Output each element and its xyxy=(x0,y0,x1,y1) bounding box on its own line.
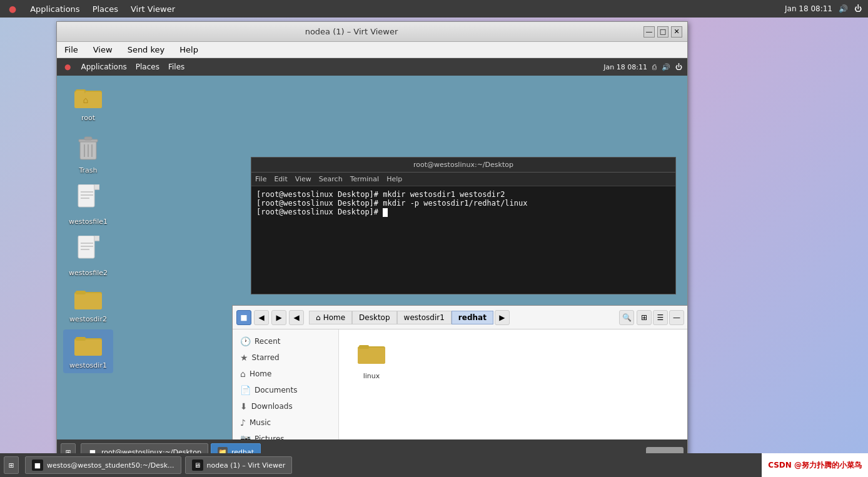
sys-task-virt[interactable]: 🖥 nodea (1) – Virt Viewer xyxy=(185,456,293,474)
fm-sidebar-documents[interactable]: 📄 Documents xyxy=(233,382,338,398)
desktop-icon-westosdir1[interactable]: westosdir1 xyxy=(63,329,113,373)
sys-taskbar: ⊞ ■ westos@westos_student50:~/Desk... 🖥 … xyxy=(0,453,868,477)
starred-icon: ★ xyxy=(240,353,248,363)
terminal-menu-help[interactable]: Help xyxy=(386,175,402,183)
desktop-icon-westosdir1-label: westosdir1 xyxy=(69,361,107,369)
fm-grid-view-button[interactable]: ⊞ xyxy=(637,310,652,325)
desktop-icon-westosfile2-label: westosfile2 xyxy=(69,269,108,277)
fm-back-button[interactable]: ◀ xyxy=(254,310,269,325)
folder-icon-3 xyxy=(74,333,102,359)
file-icon-2 xyxy=(77,236,99,267)
desktop-icon-westosdir2-label: westosdir2 xyxy=(69,315,107,323)
system-bar-right: Jan 18 08:11 🔊 ⏻ xyxy=(785,4,868,13)
terminal-cursor xyxy=(383,208,388,217)
fm-list-view-button[interactable]: ☰ xyxy=(653,310,668,325)
show-desktop-button[interactable]: ⊞ xyxy=(4,456,19,474)
fm-toolbar: ■ ◀ ▶ ◀ ⌂ Home Desktop westosdir1 redhat… xyxy=(233,306,687,329)
svg-rect-17 xyxy=(78,236,94,258)
virt-menu-help[interactable]: Help xyxy=(177,44,201,56)
system-menu-virtviewer[interactable]: Virt Viewer xyxy=(126,4,180,14)
terminal-menu-terminal[interactable]: Terminal xyxy=(350,175,380,183)
gnome-datetime: Jan 18 08:11 xyxy=(603,63,647,71)
virt-titlebar: nodea (1) – Virt Viewer — □ ✕ xyxy=(57,22,687,42)
desktop-icon-westosfile2[interactable]: westosfile2 xyxy=(63,232,113,281)
fm-crumb-desktop[interactable]: Desktop xyxy=(352,311,397,324)
fm-crumb-redhat[interactable]: redhat xyxy=(452,311,493,324)
fm-sidebar-home-label: Home xyxy=(250,369,271,378)
fm-sidebar-music[interactable]: ♪ Music xyxy=(233,414,338,431)
gnome-apps-icon: ● xyxy=(61,63,74,71)
terminal-window: root@westoslinux:~/Desktop File Edit Vie… xyxy=(251,157,676,294)
gnome-power-icon[interactable]: ⏻ xyxy=(675,63,682,71)
desktop-icon-trash[interactable]: Trash xyxy=(63,131,113,178)
system-volume-icon[interactable]: 🔊 xyxy=(839,4,848,13)
virt-minimize-button[interactable]: — xyxy=(643,26,655,38)
svg-rect-24 xyxy=(74,293,102,309)
virt-window-title: nodea (1) – Virt Viewer xyxy=(62,27,641,36)
virt-close-button[interactable]: ✕ xyxy=(671,26,682,38)
desktop-icon-westosfile1[interactable]: westosfile1 xyxy=(63,181,113,229)
fm-forward-button[interactable]: ▶ xyxy=(271,310,286,325)
virt-menu-sendkey[interactable]: Send key xyxy=(125,44,168,56)
terminal-line-3: [root@westoslinux Desktop]# xyxy=(256,208,670,217)
svg-rect-13 xyxy=(94,184,99,189)
svg-rect-25 xyxy=(76,291,86,294)
gnome-screen-icon[interactable]: ⎙ xyxy=(652,63,657,71)
desktop-icon-westosfile1-label: westosfile1 xyxy=(69,218,108,226)
fm-search-button[interactable]: 🔍 xyxy=(619,310,634,325)
fm-options-button[interactable]: — xyxy=(669,310,684,325)
svg-rect-27 xyxy=(74,339,102,356)
sys-task-virt-label: nodea (1) – Virt Viewer xyxy=(207,461,286,469)
fm-home-indicator[interactable]: ■ xyxy=(236,310,251,325)
desktop-area: ⌂ root Trash xyxy=(57,76,238,436)
svg-rect-31 xyxy=(359,345,369,349)
terminal-menu-view[interactable]: View xyxy=(295,175,311,183)
fm-view-buttons: ⊞ ☰ — xyxy=(637,310,684,325)
fm-sidebar-documents-label: Documents xyxy=(255,386,297,394)
gnome-menu-places[interactable]: Places xyxy=(132,63,163,71)
documents-icon: 📄 xyxy=(240,385,251,395)
fm-sidebar-starred[interactable]: ★ Starred xyxy=(233,349,338,366)
system-bar-left: ● Applications Places Virt Viewer xyxy=(0,4,180,14)
gnome-menu-applications[interactable]: Applications xyxy=(77,63,130,71)
fm-file-linux[interactable]: linux xyxy=(346,337,396,384)
fm-file-linux-label: linux xyxy=(363,372,380,380)
fm-crumb-next[interactable]: ▶ xyxy=(495,310,510,325)
recent-icon: 🕐 xyxy=(240,336,251,346)
terminal-menu-search[interactable]: Search xyxy=(319,175,343,183)
desktop-icon-westosdir2[interactable]: westosdir2 xyxy=(63,283,113,327)
system-bar: ● Applications Places Virt Viewer Jan 18… xyxy=(0,0,868,18)
system-menu-applications[interactable]: Applications xyxy=(25,4,84,14)
system-apps-icon: ● xyxy=(4,4,21,14)
fm-crumb-home[interactable]: ⌂ Home xyxy=(309,311,352,324)
gnome-volume-icon[interactable]: 🔊 xyxy=(662,63,670,71)
desktop-icon-trash-label: Trash xyxy=(79,166,97,174)
file-icon-1 xyxy=(77,184,99,216)
fm-up-button[interactable]: ◀ xyxy=(289,310,304,325)
folder-icon: ⌂ xyxy=(74,86,102,112)
fm-sidebar-downloads[interactable]: ⬇ Downloads xyxy=(233,398,338,414)
sys-task-westos[interactable]: ■ westos@westos_student50:~/Desk... xyxy=(25,456,181,474)
terminal-menu-edit[interactable]: Edit xyxy=(274,175,287,183)
terminal-body[interactable]: [root@westoslinux Desktop]# mkdir westos… xyxy=(251,186,675,294)
gnome-menu-files[interactable]: Files xyxy=(164,63,188,71)
virt-menu-view[interactable]: View xyxy=(91,44,115,56)
terminal-title: root@westoslinux:~/Desktop xyxy=(256,161,670,169)
virt-maximize-button[interactable]: □ xyxy=(657,26,669,38)
vm-content: ● Applications Places Files Jan 18 08:11… xyxy=(57,58,687,464)
terminal-menu-file[interactable]: File xyxy=(255,175,266,183)
fm-breadcrumb: ⌂ Home Desktop westosdir1 redhat ▶ xyxy=(309,310,510,325)
system-power-icon[interactable]: ⏻ xyxy=(854,4,862,13)
virt-menu-file[interactable]: File xyxy=(62,44,81,56)
desktop-icon-root[interactable]: ⌂ root xyxy=(63,82,113,126)
terminal-line-1: [root@westoslinux Desktop]# mkdir westos… xyxy=(256,190,670,199)
fm-sidebar-home[interactable]: ⌂ Home xyxy=(233,366,338,382)
gnome-panel-right: Jan 18 08:11 ⎙ 🔊 ⏻ xyxy=(603,63,687,71)
fm-crumb-westosdir1[interactable]: westosdir1 xyxy=(397,311,452,324)
fm-sidebar-recent[interactable]: 🕐 Recent xyxy=(233,333,338,349)
gnome-panel: ● Applications Places Files Jan 18 08:11… xyxy=(57,58,687,76)
home-nav-icon: ⌂ xyxy=(240,369,246,379)
svg-text:⌂: ⌂ xyxy=(83,95,89,105)
system-menu-places[interactable]: Places xyxy=(88,4,123,14)
sys-task-virt-icon: 🖥 xyxy=(192,459,203,471)
